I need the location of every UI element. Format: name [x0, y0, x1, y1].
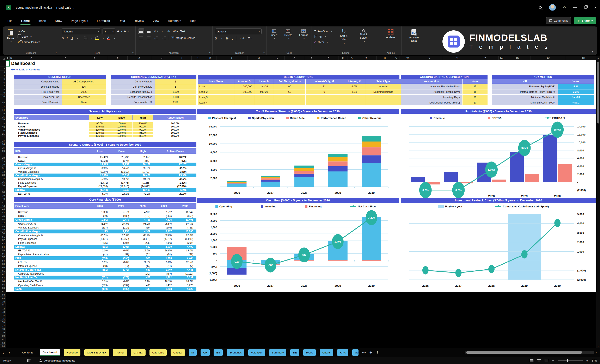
- cell-input[interactable]: [366, 100, 401, 105]
- align-middle-button[interactable]: [146, 28, 152, 34]
- cell-input[interactable]: Jan-26: [254, 84, 274, 89]
- column-header-H[interactable]: H: [151, 56, 172, 60]
- cell-input[interactable]: December: [62, 95, 106, 100]
- percent-button[interactable]: %: [225, 36, 228, 40]
- row-header-78[interactable]: 78: [0, 328, 6, 331]
- menu-tab-home[interactable]: Home: [21, 17, 30, 24]
- search-icon[interactable]: [539, 6, 542, 9]
- menu-tab-automate[interactable]: Automate: [168, 17, 181, 24]
- cell[interactable]: 90.0%: [132, 125, 153, 128]
- font-color-button[interactable]: A: [107, 36, 110, 40]
- row-header-18[interactable]: 18: [0, 122, 6, 126]
- cell[interactable]: 105.0%: [89, 125, 111, 128]
- row-header-52[interactable]: 52: [0, 238, 6, 242]
- sheet-tab-so[interactable]: So: [352, 349, 358, 356]
- cell-input[interactable]: 10: [462, 100, 488, 105]
- page-break-view-button[interactable]: [544, 359, 548, 362]
- row-header-17[interactable]: 17: [0, 118, 6, 122]
- cell[interactable]: 110.0%: [132, 122, 153, 125]
- copy-button[interactable]: Copy▾: [18, 34, 40, 39]
- column-header-AB[interactable]: AB: [504, 56, 531, 60]
- row-header-25[interactable]: 25: [0, 146, 6, 150]
- cell-input[interactable]: [274, 100, 305, 105]
- row-header-45[interactable]: 45: [0, 214, 6, 218]
- menu-tab-file[interactable]: File: [7, 17, 13, 24]
- row-header-37[interactable]: 37: [0, 187, 6, 191]
- row-header-28[interactable]: 28: [0, 156, 6, 160]
- align-center-button[interactable]: [146, 35, 152, 40]
- row-header-55[interactable]: 55: [0, 249, 6, 252]
- row-header-41[interactable]: 41: [0, 201, 6, 204]
- share-button[interactable]: ↱ Share: [574, 17, 596, 24]
- cell-input[interactable]: Mar-26: [254, 90, 274, 94]
- zoom-slider[interactable]: [558, 361, 583, 361]
- format-cells-button[interactable]: Format▾: [298, 28, 309, 40]
- row-header-7[interactable]: 7: [0, 84, 6, 88]
- menu-tab-insert[interactable]: Insert: [38, 17, 47, 24]
- column-header-Q[interactable]: Q: [319, 56, 338, 60]
- row-header-70[interactable]: 70: [0, 300, 6, 304]
- row-header-83[interactable]: 83: [0, 345, 6, 348]
- row-header-26[interactable]: 26: [0, 149, 6, 153]
- row-header-64[interactable]: 64: [0, 280, 6, 283]
- sheet-tab-valuation[interactable]: Valuation: [248, 349, 265, 356]
- select-all-corner[interactable]: [0, 56, 6, 60]
- column-header-S[interactable]: S: [348, 56, 356, 60]
- row-header-48[interactable]: 48: [0, 225, 6, 228]
- sheet-tab-cf[interactable]: CF: [201, 349, 210, 356]
- row-header-32[interactable]: 32: [0, 170, 6, 173]
- row-header-24[interactable]: 24: [0, 143, 6, 146]
- row-header-36[interactable]: 36: [0, 184, 6, 187]
- column-header-Z[interactable]: Z: [472, 56, 499, 60]
- cell[interactable]: 85.0%: [132, 132, 153, 134]
- comments-button[interactable]: Comments: [546, 17, 571, 24]
- menu-tab-help[interactable]: Help: [190, 17, 197, 24]
- cell-input[interactable]: 15: [462, 90, 488, 94]
- sheet-tab-dashboard[interactable]: Dashboard: [40, 349, 60, 356]
- row-header-22[interactable]: 22: [0, 136, 6, 139]
- row-header-20[interactable]: 20: [0, 129, 6, 132]
- number-dialog-launcher[interactable]: ↘: [263, 51, 265, 54]
- sheet-tab-capex[interactable]: CAPEX: [131, 349, 146, 356]
- row-header-56[interactable]: 56: [0, 252, 6, 256]
- sheet-tab-payroll[interactable]: Payroll: [113, 349, 127, 356]
- cell-input[interactable]: [306, 95, 343, 100]
- cell-input[interactable]: Annuity: [366, 84, 401, 89]
- column-header-AA[interactable]: AA: [499, 56, 504, 60]
- table-of-contents-link[interactable]: Go to Table of Contents: [11, 68, 40, 71]
- zoom-out-button[interactable]: −: [552, 359, 554, 363]
- fill-button[interactable]: ↓Fill▾: [314, 34, 332, 39]
- cell-input[interactable]: 25%: [155, 100, 197, 105]
- column-header-Y[interactable]: Y: [443, 56, 472, 60]
- row-header-65[interactable]: 65: [0, 283, 6, 287]
- scroll-down-icon[interactable]: ▼: [596, 345, 600, 347]
- cell-input[interactable]: 1.000: [155, 90, 197, 94]
- selected-cell-a1[interactable]: [6, 60, 10, 66]
- row-header-8[interactable]: 8: [0, 88, 6, 91]
- accessibility-icon[interactable]: [39, 359, 42, 362]
- column-header-G[interactable]: G: [128, 56, 151, 60]
- cell-input[interactable]: [366, 95, 401, 100]
- cell-input[interactable]: Loan_1: [198, 84, 234, 89]
- column-header-T[interactable]: T: [356, 56, 377, 60]
- row-header-13[interactable]: 13: [0, 105, 6, 109]
- prev-sheet-button[interactable]: ‹: [0, 350, 6, 355]
- underline-button[interactable]: U: [71, 36, 73, 40]
- tab-menu-button[interactable]: ⋮: [376, 351, 379, 355]
- column-header-L[interactable]: L: [216, 56, 247, 60]
- kpi-value-cell[interactable]: 3.2%: [558, 90, 594, 94]
- addins-button[interactable]: Add-ins: [384, 28, 397, 40]
- cell-input[interactable]: Loan_4: [198, 100, 234, 105]
- sheet-tab-be[interactable]: BE: [290, 349, 299, 356]
- column-header-E[interactable]: E: [81, 56, 108, 60]
- row-header-68[interactable]: 68: [0, 293, 6, 297]
- row-header-82[interactable]: 82: [0, 341, 6, 345]
- row-header-69[interactable]: 69: [0, 297, 6, 300]
- align-left-button[interactable]: [138, 35, 144, 40]
- cell-input[interactable]: 20: [462, 95, 488, 100]
- sheet-tab-scenarios[interactable]: Scenarios: [227, 349, 244, 356]
- cell-input[interactable]: 0: [306, 90, 343, 94]
- sheet-tab-capital[interactable]: Capital: [170, 349, 185, 356]
- column-header-U[interactable]: U: [377, 56, 393, 60]
- cell-input[interactable]: [306, 100, 343, 105]
